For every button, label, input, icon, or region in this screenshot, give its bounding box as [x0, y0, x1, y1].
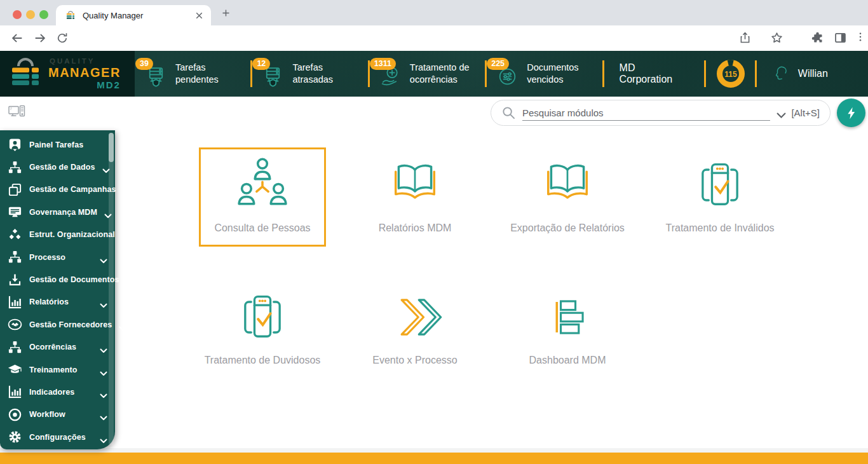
stat-icon-wrap: 39: [144, 65, 168, 88]
user-badge-icon: [8, 137, 22, 152]
extensions-puzzle-icon[interactable]: [811, 31, 824, 44]
sidebar-item-governanca-mdm[interactable]: Governança MDM: [0, 201, 115, 223]
score-gauge[interactable]: 115: [705, 51, 756, 97]
card-check-icon: [688, 155, 752, 215]
module-card-tratamento-de-invalidos[interactable]: Tratamento de Inválidos: [656, 147, 783, 247]
stat-label: Documentos vencidos: [527, 62, 593, 86]
gauge-value: 115: [724, 70, 737, 79]
module-card-dashboard-mdm[interactable]: Dashboard MDM: [504, 280, 631, 379]
bookmark-star-icon[interactable]: [770, 31, 783, 44]
stat-tratamento-de-ocorrencias[interactable]: 1311Tratamento de ocorrências: [369, 51, 486, 97]
module-card-label: Dashboard MDM: [529, 355, 606, 377]
module-card-label: Consulta de Pessoas: [214, 222, 310, 245]
search-shortcut-hint: [Alt+S]: [791, 107, 820, 118]
stat-documentos-vencidos[interactable]: 225Documentos vencidos: [486, 51, 603, 97]
gear-icon: [8, 430, 22, 444]
sidebar-item-treinamento[interactable]: Treinamento: [0, 358, 115, 381]
hierarchy-icon: [8, 340, 22, 355]
stat-label: Tratamento de ocorrências: [410, 62, 477, 86]
back-icon[interactable]: [10, 31, 24, 45]
chevron-down-icon: [119, 322, 126, 327]
chevron-down-icon: [100, 390, 107, 395]
tab-title: Quality Manager: [83, 11, 194, 20]
logo-line-md2: MD2: [97, 80, 121, 90]
stat-tarefas-atrasadas[interactable]: 12Tarefas atrasadas: [252, 51, 369, 97]
sidebar-item-workflow[interactable]: Workflow: [0, 404, 115, 426]
module-card-label: Evento x Processo: [372, 355, 457, 377]
sidebar-item-gestao-de-dados[interactable]: Gestão de Dados: [0, 156, 115, 178]
sidebar-item-label: Relatórios: [29, 297, 69, 306]
chevron-down-icon: [100, 345, 107, 350]
browser-menu-kebab-icon[interactable]: [855, 31, 866, 44]
handshake-icon: [8, 317, 22, 332]
stat-icon-wrap: 225: [496, 65, 519, 88]
quick-action-button[interactable]: [837, 99, 865, 127]
chevron-down-icon: [100, 299, 107, 304]
gantt-icon: [536, 287, 599, 347]
sidebar-item-configuracoes[interactable]: Configurações: [0, 426, 115, 448]
sidebar-item-label: Workflow: [29, 410, 65, 419]
sidebar-scroll-track: [109, 133, 114, 446]
monitor-icon: [8, 205, 22, 219]
sidebar-item-indicadores[interactable]: Indicadores: [0, 381, 115, 403]
sidebar-item-gestao-de-campanhas[interactable]: Gestão de Campanhas: [0, 179, 115, 201]
search-input[interactable]: [522, 106, 770, 121]
browser-tab[interactable]: Quality Manager: [56, 5, 211, 25]
site-favicon: [65, 10, 76, 21]
chevron-down-icon[interactable]: [776, 110, 786, 116]
module-card-relatorios-mdm[interactable]: Relatórios MDM: [351, 147, 478, 247]
module-card-label: Tratamento de Duvidosos: [205, 355, 321, 377]
module-card-tratamento-de-duvidosos[interactable]: Tratamento de Duvidosos: [199, 280, 326, 379]
browser-tab-bar: Quality Manager: [0, 0, 868, 25]
forward-icon[interactable]: [33, 31, 47, 45]
sidebar-item-gestao-fornecedores[interactable]: Gestão Fornecedores: [0, 313, 115, 336]
sidebar-item-painel-tarefas[interactable]: Painel Tarefas: [0, 133, 115, 156]
module-card-evento-x-processo[interactable]: Evento x Processo: [351, 280, 478, 379]
count-badge: 225: [487, 58, 509, 70]
sidebar-menu: Painel TarefasGestão de DadosGestão de C…: [0, 130, 115, 449]
share-icon[interactable]: [738, 31, 752, 44]
module-card-consulta-de-pessoas[interactable]: Consulta de Pessoas: [199, 147, 326, 247]
module-card-exportacao-de-relatorios[interactable]: Exportação de Relatórios: [504, 147, 631, 247]
sidebar-item-gestao-de-documentos[interactable]: Gestão de Documentos: [0, 268, 115, 290]
module-card-label: Exportação de Relatórios: [510, 222, 625, 245]
stat-tarefas-pendentes[interactable]: 39Tarefas pendentes: [135, 51, 252, 97]
chevron-down-icon: [100, 412, 107, 417]
new-tab-button[interactable]: [221, 8, 231, 18]
close-window-button[interactable]: [13, 10, 22, 19]
logo-text: QUALITY MANAGER MD2: [48, 58, 121, 90]
maximize-window-button[interactable]: [39, 10, 48, 19]
sidebar-item-ocorrencias[interactable]: Ocorrências: [0, 336, 115, 358]
donut-gauge-icon: 115: [714, 57, 748, 91]
sidebar-scrollbar[interactable]: [109, 133, 114, 162]
user-head-icon: [771, 64, 790, 83]
module-card-label: Relatórios MDM: [379, 222, 452, 245]
cubes-icon: [8, 228, 22, 242]
people-group-icon: [231, 155, 294, 215]
footer-accent-bar: [0, 453, 868, 464]
sidebar-item-label: Gestão Fornecedores: [29, 320, 112, 329]
company-name[interactable]: MD Corporation: [604, 51, 705, 97]
user-menu[interactable]: Willian: [756, 64, 868, 83]
minimize-window-button[interactable]: [26, 10, 35, 19]
workstation-icon[interactable]: [8, 105, 25, 120]
sidebar-item-processo[interactable]: Processo: [0, 246, 115, 268]
quality-manager-logo-icon: [10, 57, 42, 91]
sidebar-item-relatorios[interactable]: Relatórios: [0, 291, 115, 313]
browser-toolbar: https://www.md2qualitymanager.com/survey…: [0, 25, 868, 51]
refresh-icon[interactable]: [56, 32, 69, 44]
chevron-down-icon: [100, 367, 107, 372]
sidebar-item-label: Treinamento: [29, 365, 77, 374]
sidebar-item-label: Ocorrências: [29, 343, 76, 351]
stat-icon-wrap: 12: [261, 65, 285, 88]
side-panel-icon[interactable]: [834, 31, 847, 44]
sidebar-item-label: Governança MDM: [29, 208, 97, 217]
sidebar-item-estrut-organizacional[interactable]: Estrut. Organizacional: [0, 224, 115, 246]
stat-label: Tarefas pendentes: [175, 62, 242, 86]
count-badge: 1311: [370, 58, 396, 70]
sidebar-item-label: Configurações: [29, 433, 86, 442]
footer-gray-strip: [0, 448, 868, 453]
close-tab-icon[interactable]: [194, 10, 205, 21]
chevron-down-icon: [100, 435, 107, 440]
app-logo[interactable]: QUALITY MANAGER MD2: [0, 51, 135, 97]
